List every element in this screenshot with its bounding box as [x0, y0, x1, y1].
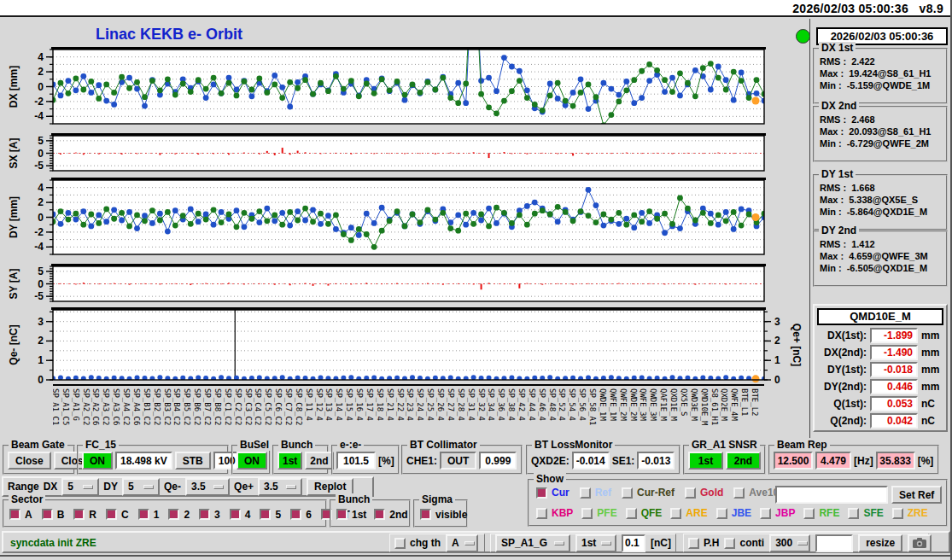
show-cur-ref-checkbox[interactable]: Cur-Ref — [622, 487, 675, 499]
checkbox-indicator — [581, 508, 593, 519]
checkbox-indicator — [230, 509, 241, 520]
checkbox-label: C — [121, 509, 129, 521]
set-ref-button[interactable]: Set Ref — [891, 486, 942, 504]
ref-input[interactable] — [775, 486, 888, 504]
svg-text:3: 3 — [38, 316, 44, 328]
svg-text:-4: -4 — [34, 110, 44, 122]
sector-c-checkbox[interactable]: C — [106, 509, 129, 521]
sector-6-checkbox[interactable]: 6 — [290, 509, 312, 521]
ee-ratio-field[interactable]: 101.5 — [336, 452, 376, 470]
show-kbp-checkbox[interactable]: KBP — [536, 507, 573, 519]
svg-text:2: 2 — [38, 66, 44, 78]
monitor-row-label: DX(2nd): — [817, 347, 867, 359]
sector-a-checkbox[interactable]: A — [9, 509, 32, 521]
select-value: 300 — [775, 537, 792, 549]
screenshot-button[interactable] — [908, 534, 932, 552]
threshold-field[interactable] — [622, 534, 645, 552]
range-qe-minus-select[interactable]: 3.5 — [185, 478, 230, 496]
range-qe-plus-select[interactable]: 3.5 — [258, 478, 302, 496]
select-value: 1st — [581, 537, 596, 549]
bpm-label: SP_B7_C2 — [203, 388, 212, 425]
bpm-label: SP_31_4 — [467, 388, 476, 421]
bpm-select[interactable]: SP_A1_G — [495, 534, 570, 552]
show-gold-checkbox[interactable]: Gold — [685, 487, 723, 499]
bunch-2nd-button[interactable]: 2nd — [305, 452, 333, 470]
bpm-label: SP_27_4 — [447, 388, 455, 421]
chg-th-checkbox[interactable]: chg th — [394, 537, 441, 549]
sector-b-checkbox[interactable]: B — [42, 509, 65, 521]
selected-monitor-panel: QMD10E_M DX(1st):-1.899mmDX(2nd):-1.490m… — [813, 304, 948, 432]
checkbox-label: Ref — [595, 487, 611, 499]
sector-2-checkbox[interactable]: 2 — [168, 509, 190, 521]
snsr-1st-button[interactable]: 1st — [688, 452, 723, 470]
interval-select[interactable]: 300 — [769, 534, 810, 552]
bpm-label: SP_48_4 — [548, 388, 557, 421]
checkbox-label: ZRE — [908, 507, 928, 519]
checkbox-indicator — [536, 487, 547, 499]
bunch-2nd-checkbox[interactable]: 2nd — [374, 509, 407, 521]
svg-text:3: 3 — [774, 316, 780, 328]
show-are-checkbox[interactable]: ARE — [670, 507, 707, 519]
svg-text:4: 4 — [38, 182, 44, 194]
collimator-state-button[interactable]: OUT — [440, 452, 476, 470]
conti-checkbox[interactable]: conti — [724, 537, 764, 549]
dx1-max: 19.424@S8_61_H1 — [849, 68, 931, 79]
resize-button[interactable]: resize — [858, 534, 902, 552]
monitor-row-label: DX(1st): — [817, 330, 867, 341]
show-rfe-checkbox[interactable]: RFE — [803, 507, 839, 519]
monitor-row: Q(1st):0.053nC — [817, 395, 943, 412]
fc15-on-button[interactable]: ON — [82, 452, 113, 470]
sector-5-checkbox[interactable]: 5 — [260, 509, 281, 521]
snsr-2nd-button[interactable]: 2nd — [726, 452, 761, 470]
checkbox-label: Cur — [552, 487, 569, 499]
show-ave10-checkbox[interactable]: Ave10 — [733, 487, 779, 499]
beam-gate-close-1-button[interactable]: Close — [8, 452, 51, 470]
bpm-label: BTE_L2 — [751, 388, 759, 417]
chg-th-frame: chg th A — [389, 534, 485, 552]
bunch-1st-checkbox[interactable]: 1st — [336, 509, 366, 521]
bpm-label: QWFE_3M — [639, 388, 647, 421]
monitor-name[interactable]: QMD10E_M — [817, 308, 943, 325]
svg-text:0: 0 — [38, 278, 44, 290]
beam-rep-group: Beam Rep 12.500 4.479 [Hz] 35.833 [%] — [768, 445, 939, 475]
ph-checkbox[interactable]: P.H — [688, 537, 719, 549]
show-sfe-checkbox[interactable]: SFE — [848, 507, 883, 519]
bt-lossmonitor-group: BT LossMonitor QXD2E: -0.014 SE1: -0.013 — [526, 445, 680, 475]
bpm-label: SP_A1_C5 — [61, 388, 70, 425]
ee-ratio-group: e-:e- 101.5 [%] — [331, 445, 400, 475]
threshold-sector-select[interactable]: A — [446, 534, 478, 552]
beam-gate-group: Beam Gate Close Close — [3, 445, 75, 475]
monitor-row-unit: nC — [921, 415, 935, 427]
bpm-label: SP_21_4 — [386, 388, 394, 421]
dx-orbit-chart: 420-2-4DX [mm] — [5, 46, 803, 127]
bpm-label: SP_17_4 — [365, 388, 374, 421]
bpm-label: SP_B4_C2 — [172, 388, 181, 425]
show-qfe-checkbox[interactable]: QFE — [626, 507, 663, 519]
free-field[interactable] — [815, 534, 853, 552]
select-value: 5 — [67, 481, 73, 493]
sector-r-checkbox[interactable]: R — [73, 509, 96, 521]
busel-on-button[interactable]: ON — [237, 452, 267, 470]
titlebar-version: v8.9 — [920, 2, 943, 15]
sector-1-checkbox[interactable]: 1 — [138, 509, 160, 521]
show-pfe-checkbox[interactable]: PFE — [581, 507, 616, 519]
show-jbp-checkbox[interactable]: JBP — [760, 507, 795, 519]
show-ref-checkbox[interactable]: Ref — [580, 487, 611, 499]
monitor-row-unit: mm — [921, 347, 939, 359]
svg-text:2: 2 — [38, 335, 44, 347]
sigma-visible-checkbox[interactable]: visible — [420, 509, 467, 521]
bunch-1st-button[interactable]: 1st — [277, 452, 302, 470]
fc15-stb-button[interactable]: STB — [175, 452, 211, 470]
show-zre-checkbox[interactable]: ZRE — [892, 507, 928, 519]
sector-4-checkbox[interactable]: 4 — [230, 509, 251, 521]
bpm-label: SP_A3_C6 — [112, 388, 120, 425]
range-dx-select[interactable]: 5 — [61, 478, 99, 496]
bpm-label: SP_A1_C1 — [53, 388, 60, 425]
show-cur-checkbox[interactable]: Cur — [536, 487, 569, 499]
bunch-number-select[interactable]: 1st — [575, 534, 616, 552]
show-jbe-checkbox[interactable]: JBE — [716, 507, 751, 519]
bpm-label: SP_34_4 — [487, 388, 495, 421]
sector-3-checkbox[interactable]: 3 — [199, 509, 220, 521]
busel-group: BuSel ON — [231, 445, 271, 475]
range-dy-select[interactable]: 5 — [122, 478, 160, 496]
